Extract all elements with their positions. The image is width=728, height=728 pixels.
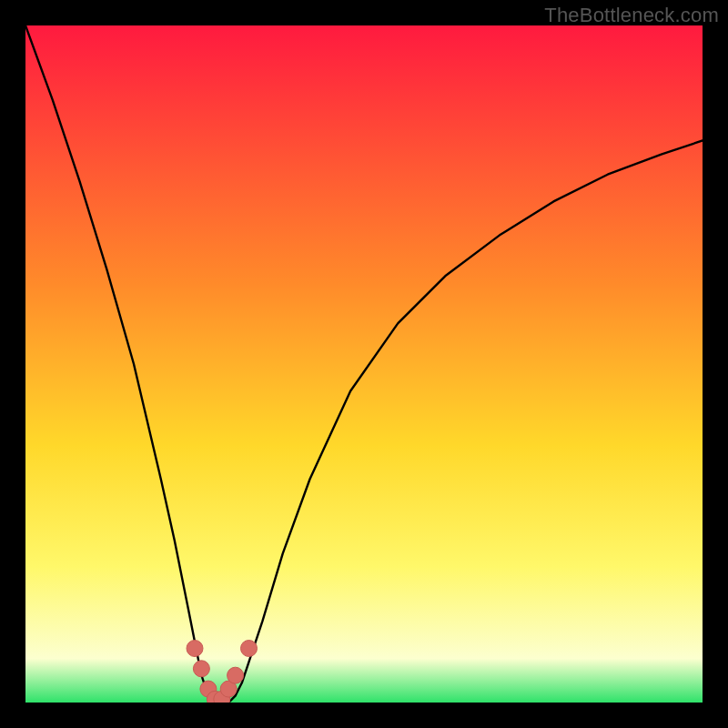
gradient-background <box>25 25 703 703</box>
marker-point <box>228 667 244 683</box>
chart-frame: TheBottleneck.com <box>0 0 728 728</box>
marker-point <box>241 641 258 657</box>
marker-point <box>187 641 203 657</box>
marker-point <box>193 661 209 677</box>
chart-svg <box>25 25 703 703</box>
plot-area <box>25 25 703 703</box>
watermark-text: TheBottleneck.com <box>544 4 719 27</box>
